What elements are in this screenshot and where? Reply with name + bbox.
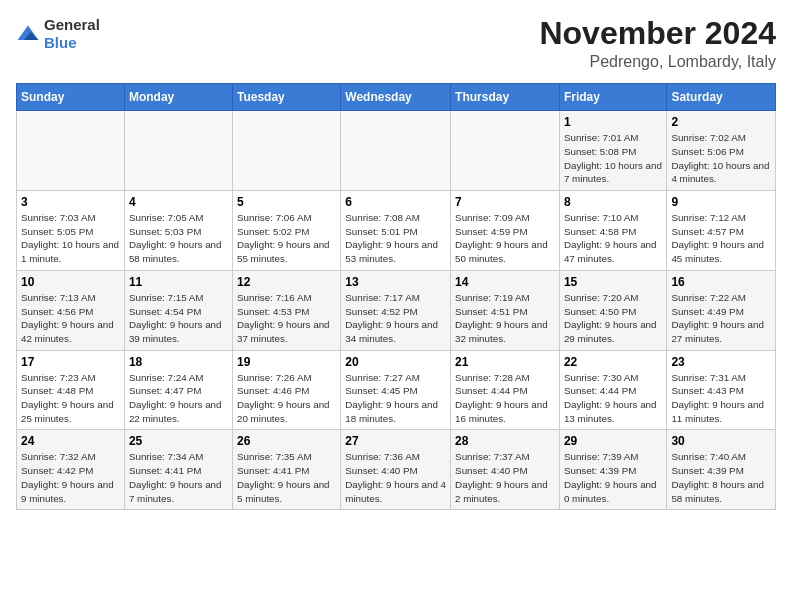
logo-blue: Blue xyxy=(44,34,77,51)
calendar-cell xyxy=(124,111,232,191)
weekday-header-wednesday: Wednesday xyxy=(341,84,451,111)
calendar-cell: 9Sunrise: 7:12 AM Sunset: 4:57 PM Daylig… xyxy=(667,191,776,271)
day-number: 27 xyxy=(345,434,446,448)
weekday-header-monday: Monday xyxy=(124,84,232,111)
day-number: 28 xyxy=(455,434,555,448)
day-info: Sunrise: 7:35 AM Sunset: 4:41 PM Dayligh… xyxy=(237,450,336,505)
day-info: Sunrise: 7:08 AM Sunset: 5:01 PM Dayligh… xyxy=(345,211,446,266)
day-number: 7 xyxy=(455,195,555,209)
day-number: 2 xyxy=(671,115,771,129)
calendar-cell: 10Sunrise: 7:13 AM Sunset: 4:56 PM Dayli… xyxy=(17,270,125,350)
calendar-cell: 18Sunrise: 7:24 AM Sunset: 4:47 PM Dayli… xyxy=(124,350,232,430)
calendar-cell: 2Sunrise: 7:02 AM Sunset: 5:06 PM Daylig… xyxy=(667,111,776,191)
calendar-cell: 15Sunrise: 7:20 AM Sunset: 4:50 PM Dayli… xyxy=(559,270,666,350)
day-number: 22 xyxy=(564,355,662,369)
calendar-cell xyxy=(341,111,451,191)
day-number: 4 xyxy=(129,195,228,209)
day-number: 26 xyxy=(237,434,336,448)
day-info: Sunrise: 7:23 AM Sunset: 4:48 PM Dayligh… xyxy=(21,371,120,426)
calendar-cell: 27Sunrise: 7:36 AM Sunset: 4:40 PM Dayli… xyxy=(341,430,451,510)
day-number: 17 xyxy=(21,355,120,369)
day-info: Sunrise: 7:27 AM Sunset: 4:45 PM Dayligh… xyxy=(345,371,446,426)
day-info: Sunrise: 7:13 AM Sunset: 4:56 PM Dayligh… xyxy=(21,291,120,346)
day-number: 24 xyxy=(21,434,120,448)
header: General Blue November 2024 Pedrengo, Lom… xyxy=(16,16,776,71)
calendar-cell: 30Sunrise: 7:40 AM Sunset: 4:39 PM Dayli… xyxy=(667,430,776,510)
calendar-cell: 1Sunrise: 7:01 AM Sunset: 5:08 PM Daylig… xyxy=(559,111,666,191)
calendar-cell: 23Sunrise: 7:31 AM Sunset: 4:43 PM Dayli… xyxy=(667,350,776,430)
day-number: 18 xyxy=(129,355,228,369)
day-number: 15 xyxy=(564,275,662,289)
calendar-cell: 12Sunrise: 7:16 AM Sunset: 4:53 PM Dayli… xyxy=(232,270,340,350)
day-info: Sunrise: 7:09 AM Sunset: 4:59 PM Dayligh… xyxy=(455,211,555,266)
calendar-cell: 21Sunrise: 7:28 AM Sunset: 4:44 PM Dayli… xyxy=(451,350,560,430)
day-number: 6 xyxy=(345,195,446,209)
calendar-table: SundayMondayTuesdayWednesdayThursdayFrid… xyxy=(16,83,776,510)
calendar-cell: 28Sunrise: 7:37 AM Sunset: 4:40 PM Dayli… xyxy=(451,430,560,510)
logo-general: General xyxy=(44,16,100,33)
day-info: Sunrise: 7:39 AM Sunset: 4:39 PM Dayligh… xyxy=(564,450,662,505)
title-area: November 2024 Pedrengo, Lombardy, Italy xyxy=(539,16,776,71)
weekday-header-thursday: Thursday xyxy=(451,84,560,111)
day-info: Sunrise: 7:36 AM Sunset: 4:40 PM Dayligh… xyxy=(345,450,446,505)
logo: General Blue xyxy=(16,16,100,52)
day-number: 19 xyxy=(237,355,336,369)
day-number: 11 xyxy=(129,275,228,289)
day-info: Sunrise: 7:03 AM Sunset: 5:05 PM Dayligh… xyxy=(21,211,120,266)
calendar-cell: 8Sunrise: 7:10 AM Sunset: 4:58 PM Daylig… xyxy=(559,191,666,271)
day-number: 16 xyxy=(671,275,771,289)
day-info: Sunrise: 7:37 AM Sunset: 4:40 PM Dayligh… xyxy=(455,450,555,505)
day-number: 1 xyxy=(564,115,662,129)
calendar-cell: 7Sunrise: 7:09 AM Sunset: 4:59 PM Daylig… xyxy=(451,191,560,271)
calendar-cell: 11Sunrise: 7:15 AM Sunset: 4:54 PM Dayli… xyxy=(124,270,232,350)
calendar-cell: 16Sunrise: 7:22 AM Sunset: 4:49 PM Dayli… xyxy=(667,270,776,350)
day-info: Sunrise: 7:30 AM Sunset: 4:44 PM Dayligh… xyxy=(564,371,662,426)
day-info: Sunrise: 7:10 AM Sunset: 4:58 PM Dayligh… xyxy=(564,211,662,266)
calendar-cell: 24Sunrise: 7:32 AM Sunset: 4:42 PM Dayli… xyxy=(17,430,125,510)
day-number: 9 xyxy=(671,195,771,209)
day-number: 29 xyxy=(564,434,662,448)
day-number: 12 xyxy=(237,275,336,289)
calendar-cell: 6Sunrise: 7:08 AM Sunset: 5:01 PM Daylig… xyxy=(341,191,451,271)
location-title: Pedrengo, Lombardy, Italy xyxy=(539,53,776,71)
calendar-cell xyxy=(232,111,340,191)
day-number: 20 xyxy=(345,355,446,369)
calendar-cell xyxy=(17,111,125,191)
day-number: 30 xyxy=(671,434,771,448)
day-info: Sunrise: 7:06 AM Sunset: 5:02 PM Dayligh… xyxy=(237,211,336,266)
calendar-cell: 26Sunrise: 7:35 AM Sunset: 4:41 PM Dayli… xyxy=(232,430,340,510)
day-info: Sunrise: 7:05 AM Sunset: 5:03 PM Dayligh… xyxy=(129,211,228,266)
calendar-cell: 20Sunrise: 7:27 AM Sunset: 4:45 PM Dayli… xyxy=(341,350,451,430)
calendar-cell: 5Sunrise: 7:06 AM Sunset: 5:02 PM Daylig… xyxy=(232,191,340,271)
calendar-cell: 22Sunrise: 7:30 AM Sunset: 4:44 PM Dayli… xyxy=(559,350,666,430)
calendar-cell: 25Sunrise: 7:34 AM Sunset: 4:41 PM Dayli… xyxy=(124,430,232,510)
calendar-cell: 19Sunrise: 7:26 AM Sunset: 4:46 PM Dayli… xyxy=(232,350,340,430)
day-info: Sunrise: 7:19 AM Sunset: 4:51 PM Dayligh… xyxy=(455,291,555,346)
calendar-cell: 14Sunrise: 7:19 AM Sunset: 4:51 PM Dayli… xyxy=(451,270,560,350)
month-title: November 2024 xyxy=(539,16,776,51)
day-number: 10 xyxy=(21,275,120,289)
day-number: 25 xyxy=(129,434,228,448)
day-info: Sunrise: 7:24 AM Sunset: 4:47 PM Dayligh… xyxy=(129,371,228,426)
day-number: 3 xyxy=(21,195,120,209)
day-number: 21 xyxy=(455,355,555,369)
calendar-cell: 3Sunrise: 7:03 AM Sunset: 5:05 PM Daylig… xyxy=(17,191,125,271)
day-info: Sunrise: 7:16 AM Sunset: 4:53 PM Dayligh… xyxy=(237,291,336,346)
day-info: Sunrise: 7:17 AM Sunset: 4:52 PM Dayligh… xyxy=(345,291,446,346)
day-number: 13 xyxy=(345,275,446,289)
day-info: Sunrise: 7:01 AM Sunset: 5:08 PM Dayligh… xyxy=(564,131,662,186)
day-number: 5 xyxy=(237,195,336,209)
day-info: Sunrise: 7:15 AM Sunset: 4:54 PM Dayligh… xyxy=(129,291,228,346)
calendar-cell: 29Sunrise: 7:39 AM Sunset: 4:39 PM Dayli… xyxy=(559,430,666,510)
day-number: 8 xyxy=(564,195,662,209)
day-info: Sunrise: 7:34 AM Sunset: 4:41 PM Dayligh… xyxy=(129,450,228,505)
weekday-header-saturday: Saturday xyxy=(667,84,776,111)
day-info: Sunrise: 7:32 AM Sunset: 4:42 PM Dayligh… xyxy=(21,450,120,505)
calendar-cell: 4Sunrise: 7:05 AM Sunset: 5:03 PM Daylig… xyxy=(124,191,232,271)
day-info: Sunrise: 7:31 AM Sunset: 4:43 PM Dayligh… xyxy=(671,371,771,426)
day-info: Sunrise: 7:40 AM Sunset: 4:39 PM Dayligh… xyxy=(671,450,771,505)
day-info: Sunrise: 7:26 AM Sunset: 4:46 PM Dayligh… xyxy=(237,371,336,426)
weekday-header-sunday: Sunday xyxy=(17,84,125,111)
calendar-cell: 13Sunrise: 7:17 AM Sunset: 4:52 PM Dayli… xyxy=(341,270,451,350)
day-info: Sunrise: 7:28 AM Sunset: 4:44 PM Dayligh… xyxy=(455,371,555,426)
